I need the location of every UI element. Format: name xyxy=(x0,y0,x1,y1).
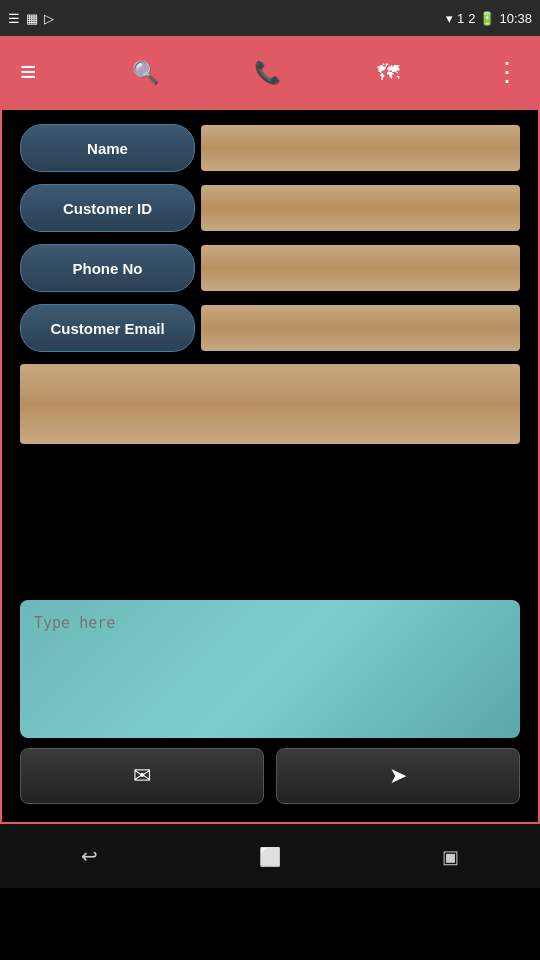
name-input[interactable] xyxy=(201,125,520,171)
status-right-icons: ▾ 1 2 🔋 10:38 xyxy=(446,11,532,26)
bottom-buttons xyxy=(20,748,520,804)
recents-button[interactable] xyxy=(442,845,459,868)
send-button[interactable] xyxy=(276,748,520,804)
map-button[interactable] xyxy=(377,58,399,86)
send-email-button[interactable] xyxy=(20,748,264,804)
customer-email-label: Customer Email xyxy=(20,304,195,352)
barcode-icon: ▦ xyxy=(26,11,38,26)
wifi-icon: ▾ xyxy=(446,11,453,26)
phone-button[interactable] xyxy=(254,58,281,86)
customer-email-row: Customer Email xyxy=(20,304,520,352)
android-nav-bar xyxy=(0,824,540,888)
envelope-icon xyxy=(133,763,151,789)
notes-area[interactable] xyxy=(20,364,520,444)
phone-no-row: Phone No xyxy=(20,244,520,292)
phone-no-label: Phone No xyxy=(20,244,195,292)
status-left-icons: ☰ ▦ ▷ xyxy=(8,11,54,26)
send-icon xyxy=(389,763,407,789)
home-button[interactable] xyxy=(259,845,281,868)
back-button[interactable] xyxy=(81,844,98,868)
signal2-icon: 2 xyxy=(468,11,475,26)
message-textarea[interactable] xyxy=(20,600,520,738)
form-area: Name Customer ID Phone No Customer Email xyxy=(20,124,520,808)
spacer xyxy=(20,452,520,600)
customer-id-row: Customer ID xyxy=(20,184,520,232)
customer-email-input[interactable] xyxy=(201,305,520,351)
phone-no-input[interactable] xyxy=(201,245,520,291)
name-row: Name xyxy=(20,124,520,172)
main-content: Name Customer ID Phone No Customer Email xyxy=(0,108,540,824)
battery-icon: 🔋 xyxy=(479,11,495,26)
time-display: 10:38 xyxy=(499,11,532,26)
signal1-icon: 1 xyxy=(457,11,464,26)
customer-id-label: Customer ID xyxy=(20,184,195,232)
status-bar: ☰ ▦ ▷ ▾ 1 2 🔋 10:38 xyxy=(0,0,540,36)
more-button[interactable] xyxy=(494,57,520,88)
menu-button[interactable] xyxy=(20,56,36,88)
name-label: Name xyxy=(20,124,195,172)
play-icon: ▷ xyxy=(44,11,54,26)
screen-icon: ☰ xyxy=(8,11,20,26)
nav-bar xyxy=(0,36,540,108)
search-button[interactable] xyxy=(132,58,159,86)
customer-id-input[interactable] xyxy=(201,185,520,231)
